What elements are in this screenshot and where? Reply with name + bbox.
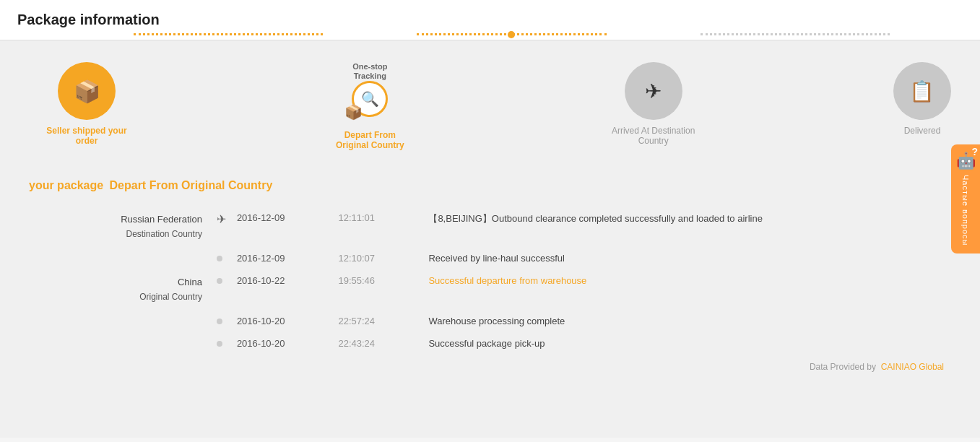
event-cell: Successful package pick-up [421, 332, 966, 355]
location-cell [29, 247, 209, 269]
chat-widget[interactable]: ? 🤖 Частые вопросы [951, 144, 980, 254]
timeline-dot [217, 256, 222, 261]
date-cell: 2016-12-09 [230, 207, 331, 247]
chat-label: Частые вопросы [961, 175, 970, 246]
cainiao-link[interactable]: CAINIAO Global [881, 362, 944, 372]
dot-cell [209, 247, 230, 269]
step2-label: Depart From Original Country [326, 130, 413, 150]
one-stop-text: One-stopTracking [352, 62, 388, 81]
country-name: Russian Federation [121, 214, 202, 225]
table-row: 2016-12-0912:10:07Received by line-haul … [29, 247, 966, 269]
table-row: 2016-10-2022:57:24Warehouse processing c… [29, 310, 966, 332]
main-content: 📦 Seller shipped your order One-stopTrac… [0, 40, 980, 438]
time-cell: 22:43:24 [331, 332, 421, 355]
dot-cell [209, 310, 230, 332]
time-cell: 12:10:07 [331, 247, 421, 269]
event-cell: 【8,BEIJING】Outbound clearance completed … [421, 207, 966, 247]
footer: Data Provided by CAINIAO Global [22, 355, 958, 379]
delivered-icon: 📋 [909, 79, 935, 103]
location-cell [29, 332, 209, 355]
connector-1 [130, 33, 326, 35]
step4-circle: 📋 [893, 62, 951, 120]
connector-2 [413, 33, 610, 35]
date-cell: 2016-10-22 [230, 269, 331, 310]
connector-dot [508, 31, 515, 38]
package-icon: 📦 [74, 79, 100, 104]
location-cell: Russian FederationDestination Country [29, 207, 209, 247]
status-header: your package Depart From Original Countr… [22, 179, 958, 192]
step4-label: Delivered [904, 126, 941, 136]
date-cell: 2016-10-20 [230, 332, 331, 355]
date-cell: 2016-12-09 [230, 247, 331, 269]
timeline-dot [217, 278, 222, 284]
step1-label: Seller shipped your order [43, 126, 130, 146]
dot-cell: ✈ [209, 207, 230, 247]
table-row: ChinaOriginal Country2016-10-2219:55:46S… [29, 269, 966, 310]
time-cell: 12:11:01 [331, 207, 421, 247]
step1-circle: 📦 [58, 62, 116, 120]
step2-icon-container: One-stopTracking 🔍 📦 [352, 62, 388, 117]
event-cell: Received by line-haul successful [421, 247, 966, 269]
step-delivered[interactable]: 📋 Delivered [893, 62, 951, 136]
dotted-line-3 [701, 33, 890, 35]
status-highlight: Depart From Original Country [110, 179, 273, 191]
event-cell: Warehouse processing complete [421, 310, 966, 332]
time-cell: 19:55:46 [331, 269, 421, 310]
table-row: Russian FederationDestination Country✈20… [29, 207, 966, 247]
connector-3 [697, 33, 893, 35]
one-stop-icon-wrap: 🔍 📦 [352, 81, 388, 117]
dot-cell [209, 269, 230, 310]
timeline-dot [217, 341, 222, 347]
step3-circle: ✈ [625, 62, 682, 120]
footer-prefix: Data Provided by [810, 362, 876, 372]
plane-dot-icon: ✈ [217, 212, 222, 218]
location-cell [29, 310, 209, 332]
step-arrived-destination[interactable]: ✈ Arrived At Destination Country [610, 62, 697, 146]
event-cell: Successful departure from warehouse [421, 269, 966, 310]
tracking-steps: 📦 Seller shipped your order One-stopTrac… [22, 55, 958, 157]
country-label: Destination Country [126, 229, 202, 239]
country-name: China [178, 277, 202, 287]
boxes-icon: 📦 [344, 103, 363, 121]
question-mark: ? [971, 146, 978, 157]
page-title: Package information [17, 12, 963, 28]
plane-icon: ✈ [645, 79, 662, 103]
time-cell: 22:57:24 [331, 310, 421, 332]
date-cell: 2016-10-20 [230, 310, 331, 332]
status-prefix: your package [29, 179, 103, 191]
dot-cell [209, 332, 230, 355]
events-table: Russian FederationDestination Country✈20… [29, 207, 966, 355]
step3-label: Arrived At Destination Country [610, 126, 697, 146]
country-label: Original Country [139, 292, 202, 302]
table-row: 2016-10-2022:43:24Successful package pic… [29, 332, 966, 355]
timeline-dot [217, 318, 222, 324]
location-cell: ChinaOriginal Country [29, 269, 209, 310]
step-seller-shipped[interactable]: 📦 Seller shipped your order [43, 62, 130, 146]
dotted-line-1 [134, 33, 323, 35]
step-depart-original[interactable]: One-stopTracking 🔍 📦 Depart From Origina… [326, 62, 413, 150]
highlighted-event: Successful departure from warehouse [428, 275, 586, 286]
